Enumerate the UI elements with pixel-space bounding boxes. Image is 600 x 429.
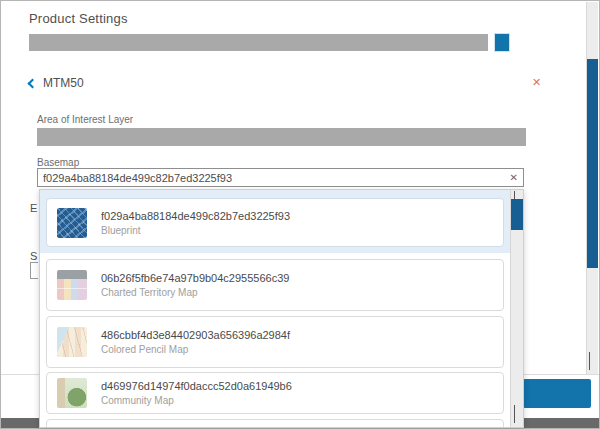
basemap-option-id: d469976d14974f0daccc52d0a61949b6 (101, 380, 292, 392)
window-scrollbar-thumb[interactable] (587, 59, 598, 268)
basemap-option-name: Blueprint (101, 225, 290, 236)
basemap-dropdown-list: f029a4ba88184de499c82b7ed3225f93 Bluepri… (40, 190, 510, 427)
basemap-option-blueprint[interactable]: f029a4ba88184de499c82b7ed3225f93 Bluepri… (46, 198, 504, 247)
basemap-option-id: f029a4ba88184de499c82b7ed3225f93 (101, 210, 290, 222)
basemap-option-id: 06b26f5fb6e74a97b9b04c2955566c39 (101, 272, 289, 284)
basemap-label: Basemap (37, 157, 79, 168)
basemap-option-name: Charted Territory Map (101, 287, 289, 298)
basemap-option-id: 486cbbf4d3e84402903a656396a2984f (101, 329, 290, 341)
clear-icon[interactable]: ✕ (506, 173, 518, 183)
back-link[interactable]: MTM50 (29, 76, 84, 90)
aoi-layer-input-disabled (37, 128, 526, 146)
obscured-label-fragment: E (30, 202, 37, 214)
progress-bar (29, 34, 488, 51)
basemap-option-name: Colored Pencil Map (101, 344, 290, 355)
basemap-dropdown: f029a4ba88184de499c82b7ed3225f93 Bluepri… (39, 189, 524, 428)
community-thumbnail (57, 378, 87, 408)
primary-action-button[interactable] (523, 379, 591, 408)
aoi-layer-label: Area of Interest Layer (37, 114, 133, 125)
progress-handle[interactable] (495, 34, 509, 51)
obscured-label-fragment: S (30, 250, 37, 262)
colored-pencil-thumbnail (57, 327, 87, 357)
close-icon[interactable]: ✕ (532, 77, 541, 88)
scroll-down-icon[interactable] (589, 352, 590, 370)
dropdown-scrollbar[interactable] (510, 190, 523, 427)
basemap-input[interactable]: f029a4ba88184de499c82b7ed3225f93 ✕ (37, 168, 524, 187)
basemap-option-community[interactable]: d469976d14974f0daccc52d0a61949b6 Communi… (46, 372, 504, 414)
basemap-option-name: Community Map (101, 395, 292, 406)
blueprint-thumbnail (57, 208, 87, 238)
chevron-left-icon (28, 79, 38, 89)
basemap-option-partial[interactable] (46, 419, 504, 428)
window-scrollbar[interactable] (586, 2, 598, 374)
basemap-option-colored-pencil[interactable]: 486cbbf4d3e84402903a656396a2984f Colored… (46, 316, 504, 368)
scroll-down-icon[interactable] (514, 405, 515, 423)
basemap-option-charted-territory[interactable]: 06b26f5fb6e74a97b9b04c2955566c39 Charted… (46, 259, 504, 311)
page-title: Product Settings (29, 11, 128, 26)
obscured-checkbox-fragment (30, 262, 38, 279)
back-link-label: MTM50 (43, 76, 84, 90)
charted-territory-thumbnail (57, 270, 87, 300)
product-settings-dialog: Product Settings MTM50 ✕ Area of Interes… (0, 0, 600, 429)
dropdown-scrollbar-thumb[interactable] (511, 199, 523, 230)
basemap-input-value: f029a4ba88184de499c82b7ed3225f93 (43, 172, 506, 184)
